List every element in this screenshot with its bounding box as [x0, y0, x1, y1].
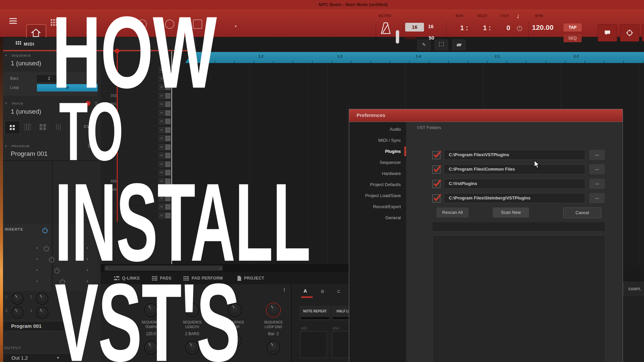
tempo-slider[interactable]	[396, 30, 399, 44]
prefs-nav-item[interactable]: General	[349, 212, 406, 223]
pad-bank-b[interactable]: B	[321, 289, 324, 294]
solo-button[interactable]: S	[165, 153, 171, 159]
mute-button[interactable]: M	[159, 153, 164, 159]
folder-path-field[interactable]: C:\Program Files\VSTPlugins	[444, 150, 585, 160]
power-icon[interactable]	[44, 246, 49, 251]
pan-knob-4[interactable]	[36, 307, 48, 319]
comment-button[interactable]	[598, 24, 617, 42]
prefs-nav-item[interactable]: Sequencer	[349, 157, 406, 168]
beat-value[interactable]: 1 :	[483, 24, 491, 32]
seq-tempo-button[interactable]: SEQ	[564, 34, 582, 42]
prefs-nav-item[interactable]: Project Defaults	[349, 179, 406, 190]
bpm-value[interactable]: 120.00	[532, 23, 553, 32]
solo-button[interactable]: S	[165, 127, 171, 133]
prefs-nav-item[interactable]: Project Load/Save	[349, 190, 406, 201]
inserts-label: INSERTS	[5, 227, 23, 231]
pan-knob-1[interactable]	[11, 293, 23, 305]
qlink-knob-8[interactable]	[267, 341, 280, 354]
pad-a13[interactable]	[300, 331, 327, 358]
power-icon[interactable]	[49, 257, 54, 262]
folder-checkbox[interactable]	[432, 180, 440, 188]
note-repeat-button[interactable]: NOTE REPEAT	[300, 306, 330, 320]
midi-grid-icon	[16, 41, 21, 47]
prefs-nav-item[interactable]: MIDI / Sync	[349, 135, 406, 146]
pencil-tool-button[interactable]: ✎	[417, 40, 431, 50]
metronome-icon[interactable]	[380, 21, 391, 35]
timesig-numerator[interactable]: 16	[405, 23, 424, 32]
dialog-titlebar[interactable]: Preferences	[349, 109, 623, 122]
scan-new-button[interactable]: Scan New	[493, 207, 529, 218]
red-check-icon	[432, 163, 442, 173]
pads-view-icon[interactable]	[40, 124, 46, 130]
browse-button[interactable]: ...	[589, 164, 605, 174]
mute-button[interactable]: M	[159, 118, 164, 124]
solo-button[interactable]: S	[165, 110, 171, 116]
qlink-value[interactable]: Bar: 2	[253, 331, 293, 336]
folder-path-field[interactable]: C:\Program Files\Common Files	[444, 164, 585, 174]
prefs-nav-item[interactable]: Audio	[349, 124, 406, 135]
qlink-knob-4[interactable]	[267, 303, 280, 317]
plugin-list-box[interactable]	[432, 235, 605, 362]
tick-value[interactable]: 0	[506, 24, 510, 32]
browse-button[interactable]: ...	[589, 179, 605, 189]
chevron-down-icon[interactable]: ▾	[36, 246, 38, 250]
menu-icon[interactable]	[9, 17, 17, 25]
ruler-label: 1.4	[416, 54, 421, 58]
ruler-label: 1.2	[258, 54, 263, 58]
knob-label: 4	[30, 309, 32, 313]
tab-track-view[interactable]	[5, 121, 20, 134]
snap-button[interactable]	[642, 24, 644, 42]
marquee-tool-button[interactable]	[435, 40, 448, 50]
prefs-nav-item[interactable]: Record/Export	[349, 201, 406, 212]
folder-path-field[interactable]: C:\VstPlugins	[444, 179, 585, 189]
red-check-icon	[432, 178, 442, 188]
tap-tempo-button[interactable]: TAP	[564, 23, 582, 32]
folder-checkbox[interactable]	[432, 166, 440, 174]
alert-icon[interactable]: !	[283, 287, 285, 293]
retime-icon[interactable]	[517, 25, 523, 32]
program-name[interactable]: Program 001	[11, 150, 48, 158]
pad-bank-a[interactable]: A	[304, 288, 307, 294]
rescan-all-button[interactable]: Rescan All	[436, 207, 469, 218]
locate-button[interactable]	[620, 24, 639, 42]
solo-button[interactable]: S	[165, 135, 171, 141]
mute-button[interactable]: M	[159, 110, 164, 116]
solo-button[interactable]: S	[165, 144, 171, 150]
prefs-nav-item[interactable]: Plugins	[349, 146, 406, 157]
mute-button[interactable]: M	[159, 135, 164, 141]
folder-path-field[interactable]: C:\Program Files\Steinberg\VSTPlugins	[444, 193, 585, 203]
chevron-down-icon[interactable]: ▾	[36, 257, 38, 261]
eraser-tool-button[interactable]	[452, 40, 466, 50]
bar-value[interactable]: 1 :	[460, 24, 468, 32]
browse-button[interactable]: ...	[589, 150, 605, 160]
sequence-name[interactable]: 1 (unused)	[11, 60, 41, 67]
chevron-down-icon[interactable]: ▾	[36, 268, 38, 272]
pad-bank-c[interactable]: C	[337, 289, 340, 294]
solo-button[interactable]: S	[165, 118, 171, 124]
timesig-denominator[interactable]: 16	[428, 23, 434, 29]
chevron-right-icon[interactable]: ▸	[5, 144, 7, 147]
section-title: VST Folders	[417, 125, 441, 130]
pan-knob-2[interactable]	[36, 293, 48, 305]
tab-samples[interactable]: SAMPL	[623, 282, 644, 296]
ruler-label: 1.3	[337, 54, 342, 58]
mute-button[interactable]: M	[159, 144, 164, 150]
chevron-down-icon[interactable]: ▾	[235, 24, 237, 28]
tab-midi[interactable]: MIDI	[24, 42, 34, 47]
mpc-beats-app: MPC Beats - Main Mode (untitled) ▾ METRO…	[0, 0, 644, 362]
power-icon[interactable]	[42, 228, 48, 233]
prefs-nav-item[interactable]: Hardware	[349, 168, 406, 179]
cancel-button[interactable]: Cancel	[563, 207, 601, 218]
browse-button[interactable]: ...	[589, 193, 605, 203]
chevron-down-icon[interactable]: ▾	[5, 102, 7, 105]
track-name[interactable]: 1 (unused)	[11, 108, 41, 115]
pan-knob-3[interactable]	[11, 307, 23, 319]
folder-checkbox[interactable]	[432, 151, 440, 159]
mute-button[interactable]: M	[159, 127, 164, 133]
speech-bubble-icon	[604, 30, 611, 36]
chevron-down-icon[interactable]: ▾	[5, 54, 7, 57]
piano-icon[interactable]	[24, 124, 31, 130]
folder-checkbox[interactable]	[432, 194, 440, 202]
chevron-down-icon[interactable]: ▾	[36, 280, 38, 283]
pad-label: A13	[301, 326, 307, 330]
